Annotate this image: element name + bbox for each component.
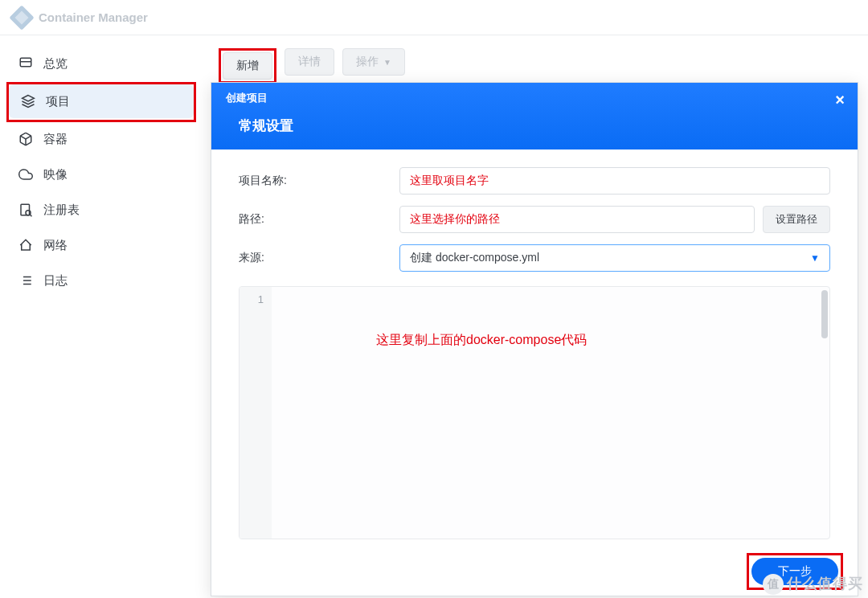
svg-rect-4 (21, 204, 30, 215)
editor-annotation: 这里复制上面的docker-compose代码 (376, 332, 587, 349)
sidebar-item-label: 日志 (43, 273, 68, 289)
highlight-box-add: 新增 (219, 48, 276, 84)
app-title: Container Manager (39, 10, 148, 24)
sidebar-item-label: 映像 (43, 167, 68, 182)
close-icon[interactable]: × (835, 91, 845, 109)
search-doc-icon (18, 202, 34, 218)
network-icon (18, 237, 34, 253)
modal-breadcrumb: 创建项目 (211, 83, 858, 105)
sidebar-item-overview[interactable]: 总览 (6, 47, 196, 80)
svg-line-6 (30, 215, 31, 216)
action-button-label: 操作 (356, 55, 379, 69)
code-editor[interactable]: 1 这里复制上面的docker-compose代码 (239, 286, 830, 539)
svg-marker-2 (23, 96, 35, 102)
scrollbar[interactable] (821, 290, 828, 338)
highlight-box-sidebar: 项目 (6, 82, 196, 122)
dashboard-icon (18, 55, 34, 72)
sidebar-item-log[interactable]: 日志 (6, 264, 196, 297)
sidebar-item-project[interactable]: 项目 (9, 84, 194, 118)
modal-heading: 常规设置 (211, 105, 858, 150)
source-select[interactable]: 创建 docker-compose.yml ▼ (399, 244, 830, 272)
sidebar-item-label: 网络 (43, 238, 68, 253)
source-select-value: 创建 docker-compose.yml (410, 251, 539, 265)
chevron-down-icon: ▼ (810, 252, 820, 264)
project-name-input[interactable] (399, 167, 830, 195)
sidebar-item-network[interactable]: 网络 (6, 228, 196, 262)
modal-header: 创建项目 × 常规设置 (211, 83, 858, 150)
form-row-path: 路径: 设置路径 (239, 206, 830, 233)
label-path: 路径: (239, 212, 399, 227)
modal-body: 项目名称: 路径: 设置路径 来源: 创建 docker-compose.yml… (211, 150, 858, 547)
path-input[interactable] (399, 206, 755, 233)
toolbar: 新增 详情 操作 ▼ (219, 48, 852, 84)
action-button[interactable]: 操作 ▼ (342, 48, 405, 76)
sidebar-item-container[interactable]: 容器 (6, 122, 196, 156)
chevron-down-icon: ▼ (383, 58, 391, 67)
label-project-name: 项目名称: (239, 174, 399, 188)
form-row-name: 项目名称: (239, 167, 830, 195)
add-button[interactable]: 新增 (223, 52, 272, 80)
detail-button[interactable]: 详情 (285, 48, 334, 76)
label-source: 来源: (239, 251, 399, 265)
sidebar-item-label: 注册表 (43, 203, 80, 218)
sidebar: 总览 项目 容器 映像 注册表 网络 日志 (0, 35, 203, 598)
form-row-source: 来源: 创建 docker-compose.yml ▼ (239, 244, 830, 272)
app-logo-icon (9, 5, 34, 30)
line-number: 1 (240, 293, 264, 305)
layers-icon (20, 93, 36, 109)
sidebar-item-label: 项目 (46, 94, 70, 109)
sidebar-item-image[interactable]: 映像 (6, 158, 196, 191)
highlight-box-next: 下一步 (747, 553, 843, 590)
editor-gutter: 1 (240, 287, 272, 539)
list-icon (18, 272, 34, 289)
set-path-button[interactable]: 设置路径 (763, 206, 830, 233)
modal-footer: 下一步 (211, 547, 858, 596)
sidebar-item-label: 总览 (43, 56, 68, 72)
app-header: Container Manager (0, 0, 868, 35)
cloud-icon (18, 166, 34, 182)
cube-icon (18, 131, 34, 147)
sidebar-item-label: 容器 (43, 132, 68, 147)
create-project-modal: 创建项目 × 常规设置 项目名称: 路径: 设置路径 来源: 创建 docker… (211, 82, 858, 596)
editor-body[interactable]: 这里复制上面的docker-compose代码 (272, 287, 829, 539)
sidebar-item-registry[interactable]: 注册表 (6, 193, 196, 227)
next-button[interactable]: 下一步 (751, 558, 838, 585)
